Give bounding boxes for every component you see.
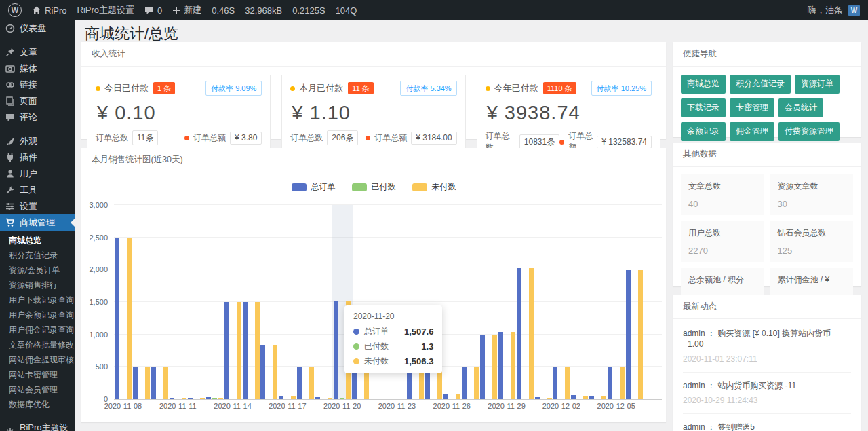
submenu-item-网站会员管理[interactable]: 网站会员管理 <box>0 382 75 397</box>
count-badge: 1 条 <box>153 82 175 94</box>
sliders-icon <box>5 202 15 211</box>
other-data-title: 其他数据 <box>673 143 861 167</box>
bar-未付数[interactable] <box>309 367 314 399</box>
bar-总订单[interactable] <box>608 367 612 399</box>
bar-已付数[interactable] <box>340 398 344 399</box>
bar-未付数[interactable] <box>511 332 515 399</box>
bar-未付数[interactable] <box>474 367 479 399</box>
sidebar-item-posts[interactable]: 文章 <box>0 44 75 60</box>
sidebar-item-appearance[interactable]: 外观 <box>0 133 75 149</box>
chart-x-axis: 2020-11-082020-11-112020-11-142020-11-17… <box>114 402 662 413</box>
account-menu[interactable]: 嗨，油条 W <box>808 4 860 16</box>
bar-总订单[interactable] <box>315 397 320 399</box>
quick-nav-button-付费资源管理[interactable]: 付费资源管理 <box>778 122 840 141</box>
bar-未付数[interactable] <box>145 367 150 399</box>
bar-未付数[interactable] <box>127 238 132 399</box>
bar-未付数[interactable] <box>163 367 168 399</box>
bar-未付数[interactable] <box>182 398 186 399</box>
bar-未付数[interactable] <box>273 345 277 399</box>
bar-已付数[interactable] <box>212 398 217 399</box>
bar-未付数[interactable] <box>291 396 296 399</box>
sidebar-item-users[interactable]: 用户 <box>0 166 75 182</box>
bar-总订单[interactable] <box>334 301 338 399</box>
bar-总订单[interactable] <box>589 396 594 399</box>
theme-settings-link[interactable]: RiPro主题设置 <box>77 4 135 16</box>
bar-总订单[interactable] <box>115 238 119 399</box>
bar-未付数[interactable] <box>492 335 497 399</box>
submenu-item-文章价格批量修改[interactable]: 文章价格批量修改 <box>0 337 75 352</box>
y-tick-label: 3,000 <box>89 201 108 209</box>
sidebar-item-comments[interactable]: 评论 <box>0 109 75 126</box>
submenu-item-数据库优化[interactable]: 数据库优化 <box>0 397 75 412</box>
bar-总订单[interactable] <box>297 367 302 399</box>
sidebar-item-settings[interactable]: 设置 <box>0 198 75 214</box>
bar-未付数[interactable] <box>547 398 552 399</box>
site-name-link[interactable]: RiPro <box>32 5 67 16</box>
submenu-item-积分充值记录[interactable]: 积分充值记录 <box>0 248 75 263</box>
quick-nav-button-佣金管理[interactable]: 佣金管理 <box>730 122 774 141</box>
sidebar-item-dashboard[interactable]: 仪表盘 <box>0 20 75 37</box>
submenu-item-用户余额记录查询[interactable]: 用户余额记录查询 <box>0 307 75 322</box>
submenu-item-用户下载记录查询[interactable]: 用户下载记录查询 <box>0 293 75 307</box>
bar-未付数[interactable] <box>601 396 606 399</box>
bar-未付数[interactable] <box>218 398 223 399</box>
bar-总订单[interactable] <box>188 398 193 399</box>
bar-未付数[interactable] <box>583 396 588 399</box>
bar-总订单[interactable] <box>535 397 540 399</box>
bar-未付数[interactable] <box>328 398 332 399</box>
quick-nav-button-余额记录[interactable]: 余额记录 <box>681 122 726 141</box>
bar-总订单[interactable] <box>626 270 631 399</box>
bar-group-2020-11-30 <box>516 205 534 399</box>
bar-未付数[interactable] <box>456 394 460 399</box>
bar-未付数[interactable] <box>638 270 643 399</box>
bar-总订单[interactable] <box>243 302 248 399</box>
sidebar-item-tools[interactable]: 工具 <box>0 182 75 198</box>
bar-总订单[interactable] <box>170 398 174 399</box>
bar-总订单[interactable] <box>206 397 211 399</box>
bar-总订单[interactable] <box>498 332 503 399</box>
bar-总订单[interactable] <box>133 367 138 399</box>
quick-nav-button-资源订单[interactable]: 资源订单 <box>795 75 840 94</box>
quick-nav-button-积分充值记录[interactable]: 积分充值记录 <box>730 75 791 94</box>
bar-未付数[interactable] <box>565 367 570 399</box>
sidebar-item-theme-settings[interactable]: RiPro主题设置 <box>0 419 75 431</box>
quick-nav-button-下载记录[interactable]: 下载记录 <box>681 98 726 117</box>
bar-总订单[interactable] <box>517 268 521 399</box>
submenu-item-用户佣金记录查询[interactable]: 用户佣金记录查询 <box>0 322 75 337</box>
quick-nav-button-商城总览[interactable]: 商城总览 <box>681 75 726 94</box>
tooltip-series-dot-icon <box>353 358 359 364</box>
bar-总订单[interactable] <box>553 367 557 399</box>
comments-link[interactable]: 0 <box>144 5 162 16</box>
submenu-item-网站佣金提现审核[interactable]: 网站佣金提现审核 <box>0 352 75 367</box>
submenu-item-商城总览[interactable]: 商城总览 <box>0 233 75 248</box>
legend-item-已付数[interactable]: 已付数 <box>352 181 396 193</box>
sidebar-item-plugins[interactable]: 插件 <box>0 149 75 166</box>
legend-item-未付数[interactable]: 未付数 <box>412 181 456 193</box>
sidebar-item-shop[interactable]: 商城管理 <box>0 214 75 231</box>
bar-总订单[interactable] <box>462 367 467 399</box>
bar-未付数[interactable] <box>529 268 534 399</box>
submenu-item-网站卡密管理[interactable]: 网站卡密管理 <box>0 367 75 382</box>
submenu-item-资源/会员订单[interactable]: 资源/会员订单 <box>0 263 75 278</box>
legend-item-总订单[interactable]: 总订单 <box>292 181 336 193</box>
quick-nav-button-卡密管理[interactable]: 卡密管理 <box>730 98 774 117</box>
bar-总订单[interactable] <box>224 302 229 399</box>
bar-总订单[interactable] <box>279 396 283 399</box>
sidebar-item-pages[interactable]: 页面 <box>0 93 75 109</box>
bar-总订单[interactable] <box>443 394 448 399</box>
sidebar-item-media[interactable]: 媒体 <box>0 60 75 77</box>
bar-总订单[interactable] <box>571 395 576 399</box>
bar-未付数[interactable] <box>620 367 625 399</box>
bar-总订单[interactable] <box>480 335 485 399</box>
bar-总订单[interactable] <box>151 367 156 399</box>
sidebar-item-links[interactable]: 链接 <box>0 77 75 93</box>
submenu-item-资源销售排行[interactable]: 资源销售排行 <box>0 278 75 293</box>
new-content-button[interactable]: 新建 <box>172 4 201 16</box>
bar-总订单[interactable] <box>260 345 265 399</box>
chart-tooltip: 2020-11-20 总订单1,507.6已付数1.3未付数1,506.3 <box>344 305 442 373</box>
bar-未付数[interactable] <box>255 302 260 399</box>
quick-nav-button-会员统计[interactable]: 会员统计 <box>778 98 823 117</box>
bar-未付数[interactable] <box>200 398 205 399</box>
wordpress-logo-icon[interactable]: W <box>8 3 22 17</box>
bar-未付数[interactable] <box>237 302 241 399</box>
